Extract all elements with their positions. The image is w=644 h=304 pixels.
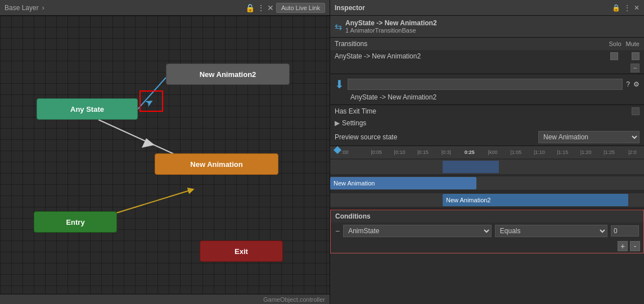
has-exit-time-checkbox[interactable]	[632, 107, 640, 115]
new-animation-node[interactable]: New Animation	[155, 153, 278, 175]
breadcrumb-arrow: ›	[42, 4, 44, 12]
mute-label: Mute	[626, 40, 640, 47]
breadcrumb: Base Layer ›	[4, 4, 44, 12]
remove-condition-button[interactable]: -	[630, 241, 640, 251]
time-mark-5: 0:25	[458, 149, 481, 155]
new-animation2-label: New Animation2	[200, 70, 256, 79]
any-state-node[interactable]: Any State	[37, 98, 138, 120]
add-condition-button[interactable]: +	[618, 241, 628, 251]
status-text: GameObject.controller	[263, 296, 325, 303]
transition-input-bar[interactable]	[348, 79, 623, 90]
detail-icons: ? ⚙	[626, 80, 640, 88]
transition-checkboxes	[610, 52, 640, 60]
time-mark-7: |1:05	[505, 149, 528, 155]
entry-node[interactable]: Entry	[34, 211, 117, 233]
any-state-label: Any State	[70, 105, 104, 114]
timeline-highlight	[443, 161, 499, 173]
transition-detail: ⬇ ? ⚙ AnyState -> New Animation2	[330, 74, 644, 105]
transition-detail-name: AnyState -> New Animation2	[350, 93, 640, 101]
anim-bar-2: New Animation2	[443, 194, 628, 206]
timeline-ruler: :00 |0:05 |0:10 |0:15 |0:3| 0:25 |k00 |1…	[330, 146, 644, 158]
inspector-header: Inspector 🔒 ⋮ ✕	[330, 0, 644, 16]
help-icon[interactable]: ?	[626, 80, 630, 88]
preview-source-label: Preview source state	[335, 133, 538, 141]
anim-bar-1: New Animation	[330, 177, 476, 189]
preview-source-row: Preview source state New Animation	[330, 129, 644, 146]
condition-op-dropdown[interactable]: Equals	[495, 225, 607, 237]
solo-mute-labels: Solo Mute	[609, 40, 640, 47]
track-new-animation2: New Animation2	[330, 192, 644, 208]
animator-panel: Base Layer › 🔒 ⋮ ✕ Auto Live Link	[0, 0, 330, 304]
base-layer-label: Base Layer	[4, 4, 39, 12]
time-mark-4: |0:3|	[435, 149, 458, 155]
transition-icon-row: ⬇ ? ⚙	[335, 78, 640, 91]
track-new-animation: New Animation	[330, 175, 644, 191]
entry-label: Entry	[66, 218, 84, 226]
close-icon[interactable]: ✕	[634, 4, 640, 12]
transition-sub: 1 AnimatorTransitionBase	[345, 27, 437, 34]
menu-icon[interactable]: ⋮	[624, 4, 631, 12]
condition-param-dropdown[interactable]: AnimState	[343, 225, 492, 237]
transition-row[interactable]: AnyState -> New Animation2	[330, 50, 644, 62]
anim-bar-2-label: New Animation2	[446, 197, 491, 203]
svg-line-0	[138, 78, 166, 109]
animator-top-bar: Base Layer › 🔒 ⋮ ✕ Auto Live Link	[0, 0, 330, 16]
svg-marker-3	[142, 138, 155, 148]
condition-value-input[interactable]	[611, 225, 639, 237]
menu-icon[interactable]: ⋮	[257, 3, 265, 12]
time-mark-9: |1:15	[551, 149, 574, 155]
time-mark-0: :00	[341, 149, 364, 155]
has-exit-time-label: Has Exit Time	[335, 107, 632, 115]
lock-icon[interactable]: 🔒	[612, 4, 620, 12]
time-mark-6: |k00	[481, 149, 504, 155]
inspector-content: ⇆ AnyState -> New Animation2 1 AnimatorT…	[330, 16, 644, 304]
transition-row-name: AnyState -> New Animation2	[335, 52, 421, 60]
inspector-header-icons: 🔒 ⋮ ✕	[612, 4, 640, 12]
lock-icon[interactable]: 🔒	[245, 3, 255, 12]
conditions-section: Conditions − AnimState Equals + -	[330, 210, 644, 253]
inspector-title: Inspector	[335, 4, 612, 12]
exit-node[interactable]: Exit	[200, 241, 283, 262]
conditions-title: Conditions	[335, 212, 371, 220]
settings-arrow-icon: ▶	[335, 119, 340, 127]
condition-remove-icon[interactable]: −	[335, 226, 340, 235]
time-mark-10: |1:20	[574, 149, 597, 155]
new-animation-label: New Animation	[190, 160, 242, 169]
transitions-label: Transitions	[335, 40, 367, 48]
anim-bar-1-label: New Animation	[334, 180, 375, 187]
condition-row: − AnimState Equals	[331, 223, 643, 239]
settings-row[interactable]: ▶ Settings	[330, 117, 644, 129]
selection-box	[139, 90, 163, 112]
settings-label: Settings	[342, 119, 366, 127]
timeline-marks: :00 |0:05 |0:10 |0:15 |0:3| 0:25 |k00 |1…	[330, 149, 644, 155]
mute-checkbox[interactable]	[632, 52, 640, 60]
transitions-section: Transitions Solo Mute AnyState -> New An…	[330, 38, 644, 74]
transition-icon: ⇆	[335, 21, 342, 32]
status-bar: GameObject.controller	[0, 294, 330, 304]
time-mark-11: |1:25	[597, 149, 620, 155]
exit-label: Exit	[235, 247, 248, 256]
preview-source-dropdown[interactable]: New Animation	[538, 131, 640, 143]
time-mark-1: |0:05	[364, 149, 388, 155]
grid-background: Any State New Animation2 New Animation E…	[0, 16, 330, 294]
transition-detail-icon: ⬇	[335, 78, 344, 91]
transitions-section-header: Transitions Solo Mute	[330, 38, 644, 50]
transition-header: AnyState -> New Animation2	[345, 19, 437, 27]
settings-icon[interactable]: ⚙	[633, 80, 640, 88]
solo-label: Solo	[609, 40, 622, 47]
time-mark-12: |2:0	[621, 149, 644, 155]
animator-toolbar-icons: 🔒 ⋮ ✕ Auto Live Link	[245, 3, 325, 13]
inspector-panel: Inspector 🔒 ⋮ ✕ ⇆ AnyState -> New Animat…	[330, 0, 644, 304]
solo-checkbox[interactable]	[610, 52, 618, 60]
time-mark-2: |0:10	[388, 149, 411, 155]
auto-live-button[interactable]: Auto Live Link	[276, 3, 325, 13]
time-mark-3: |0:15	[411, 149, 434, 155]
animator-canvas[interactable]: Any State New Animation2 New Animation E…	[0, 16, 330, 294]
conditions-header: Conditions	[331, 210, 643, 223]
collapse-button[interactable]: −	[631, 63, 640, 72]
new-animation2-node[interactable]: New Animation2	[166, 63, 290, 85]
conditions-footer: + -	[331, 239, 643, 253]
transition-info: ⇆ AnyState -> New Animation2 1 AnimatorT…	[330, 16, 644, 38]
close-icon[interactable]: ✕	[267, 3, 274, 12]
has-exit-time-row: Has Exit Time	[330, 105, 644, 117]
